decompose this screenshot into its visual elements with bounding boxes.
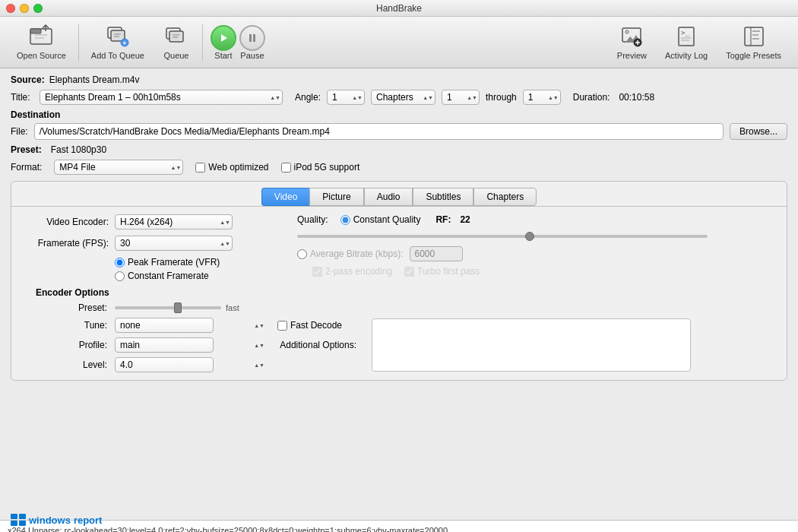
web-optimized-checkbox[interactable] [195, 163, 205, 173]
start-label: Start [211, 51, 236, 60]
format-select[interactable]: MP4 File [54, 160, 183, 175]
svg-rect-16 [249, 34, 252, 42]
profile-select[interactable]: main [115, 337, 214, 353]
tab-video[interactable]: Video [261, 188, 309, 206]
chapter-type-select-wrapper: Chapters [371, 90, 435, 105]
web-optimized-label: Web optimized [208, 162, 268, 173]
web-optimized-group: Web optimized [195, 162, 268, 173]
title-row: Title: Elephants Dream 1 – 00h10m58s Ang… [11, 90, 787, 105]
chapter-start-select[interactable]: 1 [442, 90, 480, 105]
queue-button[interactable]: Queue [154, 21, 199, 63]
start-pause-icons [211, 25, 265, 51]
peak-framerate-label: Peak Framerate (VFR) [128, 257, 220, 268]
angle-select-wrapper: 1 [327, 90, 365, 105]
duration-value: 00:10:58 [619, 92, 654, 103]
level-select-wrapper: 4.0 [115, 357, 267, 372]
framerate-label: Framerate (FPS): [24, 238, 115, 249]
queue-icon [164, 24, 188, 49]
source-value: Elephants Dream.m4v [49, 74, 140, 85]
bitrate-input[interactable] [410, 246, 463, 261]
toggle-presets-icon [742, 24, 766, 49]
add-to-queue-button[interactable]: + Add To Queue [82, 21, 154, 63]
fast-label: fast [226, 303, 239, 312]
open-source-label: Open Source [17, 51, 66, 60]
tab-bar: Video Picture Audio Subtitles Chapters [11, 182, 787, 207]
avg-bitrate-radio[interactable] [297, 249, 307, 259]
svg-rect-34 [19, 514, 26, 519]
open-source-icon [29, 24, 53, 49]
start-button[interactable] [211, 25, 236, 51]
tune-select[interactable]: none [115, 318, 214, 333]
turbo-first-group[interactable]: Turbo first pass [404, 266, 480, 277]
angle-select[interactable]: 1 [327, 90, 365, 105]
quality-slider[interactable] [297, 235, 708, 238]
svg-rect-28 [745, 27, 763, 46]
maximize-button[interactable] [33, 4, 43, 13]
quality-label: Quality: [297, 214, 328, 225]
additional-options-textarea[interactable] [372, 318, 691, 372]
file-row: File: Browse... [11, 123, 787, 140]
two-pass-group[interactable]: 2-pass encoding [312, 266, 392, 277]
main-content: Source: Elephants Dream.m4v Title: Eleph… [0, 68, 798, 520]
turbo-first-checkbox[interactable] [404, 267, 414, 277]
level-select[interactable]: 4.0 [115, 357, 214, 372]
tab-chapters[interactable]: Chapters [473, 188, 537, 206]
two-pass-label: 2-pass encoding [325, 266, 392, 277]
video-encoder-select[interactable]: H.264 (x264) [115, 214, 233, 230]
add-to-queue-icon: + [106, 24, 130, 49]
format-label: Format: [11, 162, 42, 173]
open-source-button[interactable]: Open Source [8, 21, 75, 63]
tab-picture[interactable]: Picture [309, 188, 363, 206]
two-pass-checkbox[interactable] [312, 267, 322, 277]
fast-decode-label: Fast Decode [290, 320, 342, 331]
chapter-type-select[interactable]: Chapters [371, 90, 435, 105]
profile-select-wrapper: main [115, 337, 267, 353]
preset-slider[interactable] [115, 306, 221, 309]
svg-rect-17 [253, 34, 255, 42]
toggle-presets-button[interactable]: Toggle Presets [717, 21, 790, 63]
window-controls [6, 4, 43, 13]
minimize-button[interactable] [20, 4, 29, 13]
close-button[interactable] [6, 4, 15, 13]
video-left-col: Video Encoder: H.264 (x264) Framerate (F… [24, 214, 282, 281]
ipod-support-label: iPod 5G support [294, 162, 360, 173]
preset-slider-wrapper: fast [115, 303, 267, 312]
file-label: File: [11, 126, 28, 137]
constant-quality-radio[interactable] [340, 215, 350, 225]
source-row: Source: Elephants Dream.m4v [11, 74, 787, 85]
svg-rect-36 [19, 521, 26, 526]
fast-decode-group[interactable]: Fast Decode [277, 320, 361, 331]
activity-log-button[interactable]: >_ Activity Log [656, 21, 717, 63]
framerate-select[interactable]: 30 [115, 236, 233, 251]
through-label: through [486, 92, 517, 103]
tab-subtitles[interactable]: Subtitles [413, 188, 473, 206]
constant-quality-option[interactable]: Constant Quality [340, 214, 421, 225]
chapter-end-select[interactable]: 1 [523, 90, 561, 105]
file-path-input[interactable] [34, 123, 724, 140]
enc-level-label: Level: [36, 359, 112, 370]
avg-bitrate-option[interactable]: Average Bitrate (kbps): [297, 249, 404, 259]
title-bar: HandBrake [0, 0, 798, 17]
svg-rect-31 [752, 34, 758, 36]
angle-label: Angle: [295, 92, 321, 103]
enc-preset-label: Preset: [36, 302, 112, 313]
title-select-wrapper: Elephants Dream 1 – 00h10m58s [40, 90, 283, 105]
framerate-row: Framerate (FPS): 30 [24, 236, 282, 251]
video-two-col: Video Encoder: H.264 (x264) Framerate (F… [24, 214, 774, 281]
browse-button[interactable]: Browse... [730, 123, 787, 140]
ipod-support-checkbox[interactable] [281, 163, 291, 173]
video-tab-content: Video Encoder: H.264 (x264) Framerate (F… [11, 214, 787, 372]
peak-framerate-option[interactable]: Peak Framerate (VFR) [115, 257, 282, 268]
encoding-options-row: 2-pass encoding Turbo first pass [312, 266, 708, 277]
enc-profile-label: Profile: [36, 340, 112, 350]
fast-decode-checkbox[interactable] [277, 321, 287, 331]
preview-button[interactable]: Preview [608, 21, 656, 63]
title-label: Title: [11, 92, 33, 103]
pause-button[interactable] [239, 25, 265, 51]
constant-framerate-option[interactable]: Constant Framerate [115, 271, 282, 281]
tab-audio[interactable]: Audio [364, 188, 413, 206]
peak-framerate-radio[interactable] [115, 258, 125, 268]
title-select[interactable]: Elephants Dream 1 – 00h10m58s [40, 90, 283, 105]
constant-framerate-radio[interactable] [115, 271, 125, 281]
framerate-options: Peak Framerate (VFR) Constant Framerate [115, 257, 282, 281]
